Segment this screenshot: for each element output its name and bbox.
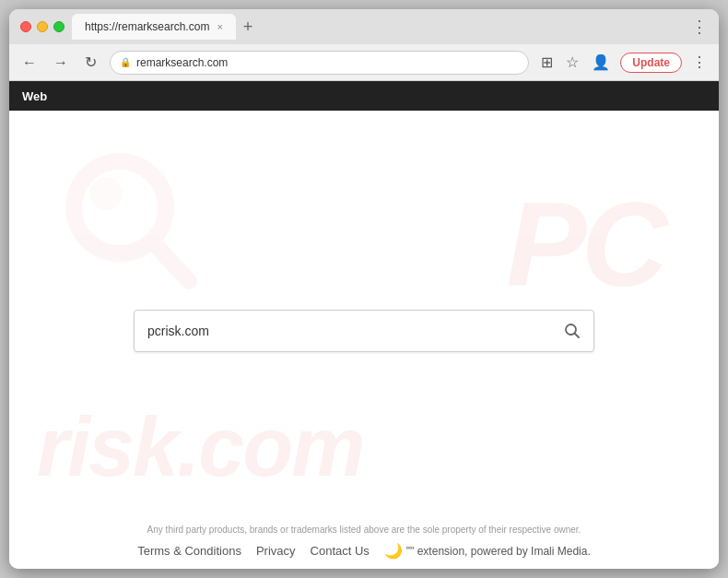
contact-link[interactable]: Contact Us bbox=[311, 544, 370, 558]
browser-menu-icon[interactable]: ⋮ bbox=[691, 17, 708, 37]
browser-window: https://remarksearch.com × + ⋮ ← → ↻ 🔒 r… bbox=[9, 9, 719, 569]
active-tab[interactable]: https://remarksearch.com × bbox=[72, 14, 236, 40]
back-button[interactable]: ← bbox=[18, 51, 41, 75]
svg-point-0 bbox=[74, 161, 166, 254]
star-icon[interactable]: ☆ bbox=[563, 51, 581, 74]
privacy-link[interactable]: Privacy bbox=[256, 544, 296, 558]
search-box-wrapper bbox=[134, 310, 594, 352]
tab-bar: https://remarksearch.com × + bbox=[72, 14, 684, 40]
address-text: remarksearch.com bbox=[136, 56, 228, 69]
maximize-button[interactable] bbox=[53, 21, 65, 32]
svg-line-1 bbox=[155, 244, 189, 281]
watermark-pc-text: PC bbox=[506, 184, 663, 304]
page-footer: Any third party products, brands or trad… bbox=[9, 525, 719, 569]
extension-text: "" extension, powered by Imali Media. bbox=[406, 545, 591, 558]
minimize-button[interactable] bbox=[37, 21, 48, 32]
web-toolbar: Web bbox=[9, 81, 719, 111]
reload-button[interactable]: ↻ bbox=[81, 50, 100, 75]
forward-button[interactable]: → bbox=[50, 51, 72, 75]
nav-bar: ← → ↻ 🔒 remarksearch.com ⊞ ☆ 👤 Update ⋮ bbox=[9, 44, 719, 81]
svg-point-2 bbox=[89, 177, 123, 210]
nav-actions: ⊞ ☆ 👤 Update ⋮ bbox=[538, 51, 710, 74]
overflow-menu-icon[interactable]: ⋮ bbox=[689, 51, 710, 74]
update-button[interactable]: Update bbox=[620, 53, 682, 73]
terms-link[interactable]: Terms & Conditions bbox=[137, 544, 241, 558]
search-input[interactable] bbox=[147, 324, 555, 338]
search-button[interactable] bbox=[564, 323, 581, 339]
new-tab-button[interactable]: + bbox=[243, 18, 253, 35]
close-button[interactable] bbox=[20, 21, 31, 32]
search-box bbox=[134, 310, 594, 352]
extension-info: 🌙 "" extension, powered by Imali Media. bbox=[384, 542, 591, 560]
watermark-logo bbox=[55, 147, 203, 299]
moon-icon: 🌙 bbox=[384, 542, 403, 560]
lock-icon: 🔒 bbox=[120, 57, 131, 67]
search-icon bbox=[564, 323, 581, 339]
title-bar: https://remarksearch.com × + ⋮ bbox=[9, 9, 719, 44]
traffic-lights bbox=[20, 21, 65, 32]
address-bar[interactable]: 🔒 remarksearch.com bbox=[110, 51, 529, 75]
footer-links: Terms & Conditions Privacy Contact Us 🌙 … bbox=[137, 542, 591, 560]
tab-label: https://remarksearch.com bbox=[85, 20, 209, 33]
grid-icon[interactable]: ⊞ bbox=[538, 51, 556, 74]
watermark-risk-text: risk.com bbox=[37, 400, 363, 495]
web-toolbar-label: Web bbox=[22, 89, 47, 103]
svg-line-4 bbox=[575, 333, 580, 337]
disclaimer-text: Any third party products, brands or trad… bbox=[147, 525, 581, 535]
account-icon[interactable]: 👤 bbox=[589, 51, 613, 74]
tab-close-icon[interactable]: × bbox=[217, 22, 222, 32]
page-content: PC risk.com Any third party products bbox=[9, 111, 719, 569]
